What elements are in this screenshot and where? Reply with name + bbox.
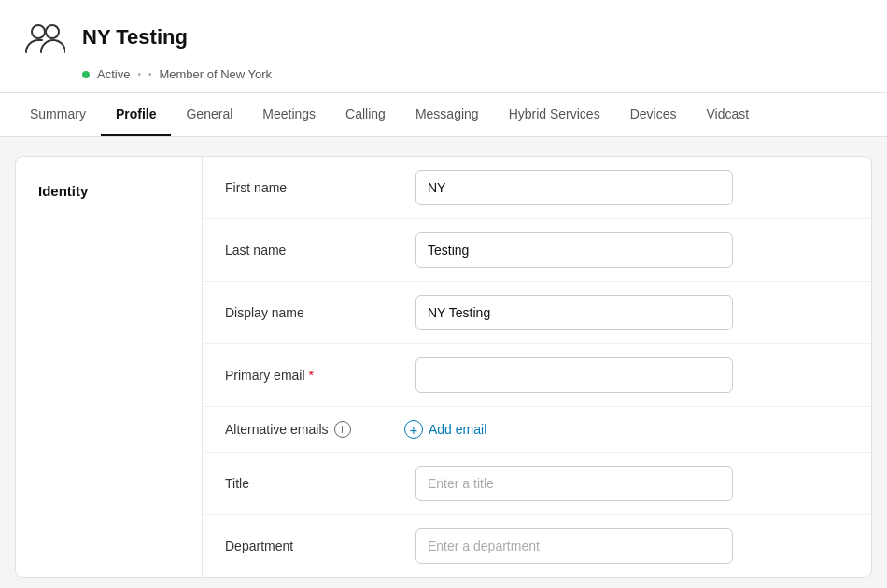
page-title: NY Testing xyxy=(82,25,188,49)
field-row-primary-email: Primary email xyxy=(203,344,871,407)
first-name-input[interactable] xyxy=(415,170,733,205)
field-row-alt-emails: Alternative emails i + Add email xyxy=(203,407,871,453)
tab-calling[interactable]: Calling xyxy=(331,93,401,136)
tab-meetings[interactable]: Meetings xyxy=(247,93,331,136)
svg-point-1 xyxy=(46,25,59,38)
status-label: Active xyxy=(97,67,130,81)
label-first-name: First name xyxy=(225,180,393,195)
department-input[interactable] xyxy=(415,528,733,564)
avatar-icon xyxy=(22,15,67,60)
tab-hybrid-services[interactable]: Hybrid Services xyxy=(494,93,615,136)
main-content: Identity First name Last name Display na… xyxy=(0,137,887,588)
tab-general[interactable]: General xyxy=(171,93,247,136)
field-row-last-name: Last name xyxy=(203,219,871,282)
add-email-button[interactable]: + Add email xyxy=(404,420,486,439)
field-row-title: Title xyxy=(203,453,871,515)
label-department: Department xyxy=(225,539,393,553)
title-input[interactable] xyxy=(415,466,733,501)
info-icon[interactable]: i xyxy=(334,421,351,438)
tab-summary[interactable]: Summary xyxy=(15,93,101,136)
status-dot xyxy=(82,71,90,78)
identity-section: Identity First name Last name Display na… xyxy=(16,157,871,577)
label-alt-emails: Alternative emails i xyxy=(225,421,393,438)
label-last-name: Last name xyxy=(225,243,393,258)
tab-profile[interactable]: Profile xyxy=(101,93,172,136)
header-meta: Active • • Member of New York xyxy=(22,67,865,81)
tab-devices[interactable]: Devices xyxy=(615,93,692,136)
fields-area: First name Last name Display name Primar… xyxy=(203,157,871,577)
tab-messaging[interactable]: Messaging xyxy=(401,93,494,136)
add-email-label: Add email xyxy=(429,422,486,437)
field-row-display-name: Display name xyxy=(203,282,871,344)
field-row-department: Department xyxy=(203,515,871,577)
member-info: Member of New York xyxy=(159,67,272,81)
add-icon: + xyxy=(404,420,423,439)
header: NY Testing Active • • Member of New York xyxy=(0,0,887,93)
svg-point-0 xyxy=(32,25,45,38)
nav-tabs: Summary Profile General Meetings Calling… xyxy=(0,93,887,137)
label-primary-email: Primary email xyxy=(225,368,393,383)
tab-vidcast[interactable]: Vidcast xyxy=(691,93,764,136)
bullet-separator2: • xyxy=(148,69,152,79)
label-title: Title xyxy=(225,476,393,491)
identity-card: Identity First name Last name Display na… xyxy=(15,156,872,578)
primary-email-input[interactable] xyxy=(415,357,733,393)
display-name-input[interactable] xyxy=(415,295,733,330)
bullet-separator: • xyxy=(137,69,141,79)
last-name-input[interactable] xyxy=(415,232,733,268)
field-row-first-name: First name xyxy=(203,157,871,219)
section-label-identity: Identity xyxy=(16,157,203,577)
label-display-name: Display name xyxy=(225,305,393,320)
